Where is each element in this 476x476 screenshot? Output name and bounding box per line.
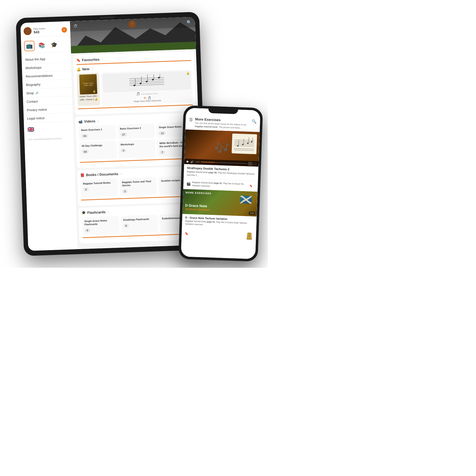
sidebar: 🎵 Pipe Coins: 543 + 📺 📚 🎓 About the App [20,21,78,251]
avatar: 🎵 [24,27,32,35]
book-card-golden-times[interactable]: Golden Times1950–1990 🔒 Golden Times 195… [77,73,100,106]
language-flag[interactable]: 🇬🇧 [24,121,74,136]
sidebar-item-label: Biography [26,83,41,87]
new-title: New [82,67,89,71]
favourites-new-section: 🔖 Favourites › 🔔 New › [73,51,196,115]
flashcards-chevron: › [108,210,109,214]
card-title: Basic Exercises 1 [81,127,114,132]
time-display: -1:09 [195,161,200,163]
phone-video-area: 🎶 [184,129,260,167]
music-card-footer: 🎵 www.bagpiper-only.de [136,91,158,96]
videos-chevron: › [98,119,99,123]
books-icon-button[interactable]: 📚 [36,40,47,51]
video-card-basic1[interactable]: Basic Exercises 1 16 [79,125,117,140]
book-cover-text: Golden Times1950–1990 [82,81,95,88]
card-count: 17 [120,133,127,137]
sidebar-item-label: Legal notice [27,116,45,120]
video-card-50day[interactable]: 50 Day Challenge 50 [79,141,117,159]
exercise2-text: Bagpipe tutorial book page 51. Play the … [192,181,248,189]
svg-line-13 [148,75,148,82]
footer-bookmark-icon[interactable]: 🔖 [185,232,188,236]
sidebar-item-label: Recommendations [26,74,53,78]
card-count: 7 [160,150,165,154]
svg-line-15 [154,74,154,80]
book-card-tutorial[interactable]: Bagpipe Tutorial Books 2 [80,178,118,197]
sidebar-item-label: Workshops [25,66,41,70]
video-card-basic2[interactable]: Basic Exercises 2 17 [117,123,155,139]
favourites-chevron: › [102,58,103,61]
new-chevron: › [92,67,93,70]
progress-fill [201,162,214,163]
bagpiper-small-icon: 🎵 [136,92,140,96]
search-icon[interactable]: 🔍 [186,20,192,25]
eye-icon: 👁 [143,96,146,100]
book-title: Golden Times 1950 - 1990 - Volume 2 🔔 [79,95,99,101]
phone-footer-icons: 🔖 [181,227,256,242]
card-count: 9 [123,224,129,228]
card-count: 11 [159,131,166,135]
link-icon: 🔗 [35,91,38,94]
exercise2-thumb: 🎬 [186,182,191,186]
back-icon[interactable]: ⏱ [73,24,78,29]
video-icon: 📹 [78,119,83,124]
svg-line-9 [135,79,135,86]
banner-bottom-text: D Grace Note Tachum Variation [185,204,210,212]
header-image: ⏱ 🎵 🔍 [70,17,196,54]
flashcard-grace-notes[interactable]: Single Grace Notes Flashcards 6 [82,216,120,235]
sheet-music-svg [105,73,189,89]
card-count: 3 [121,149,126,152]
sidebar-icon-row: 📺 📚 🎓 [21,37,71,54]
volume-icon[interactable]: 🔊 [190,160,193,163]
fullscreen-icon[interactable]: ⛶ [254,162,256,165]
card-title: Bagpipe Tunes and Their Stories [122,179,154,187]
phone-menu-icon[interactable]: ☰ [189,117,193,122]
card-title: Single Grace Notes Flashcards [84,218,117,226]
speed-badge[interactable]: 1x [248,162,252,165]
music-card-grace-notes[interactable]: 🔔 [101,69,193,105]
books-section-header: 📕 Books / Documents › [80,169,195,177]
exercise2-bookmark-icon[interactable]: 🔖 [249,185,252,187]
svg-point-10 [139,83,142,85]
videos-icon-button[interactable]: 📺 [24,41,35,51]
flashcard-doublings[interactable]: Doublings Flashcards 9 [120,215,158,234]
favourites-icon: 🔖 [76,58,81,62]
phone-more-exercises-banner: MORE EXERCISES D Grace Note Tachum Varia… [182,189,258,216]
video-card-workshops[interactable]: Workshops 3 [118,139,156,158]
add-coins-button[interactable]: + [61,27,67,33]
phone-section-desc: You can find all the sheet music for the… [195,121,252,130]
exercise2-chevron-icon: › [254,185,255,187]
pipe-coins-value: 543 [33,29,61,34]
sidebar-item-label: About the App [25,57,45,61]
svg-point-12 [146,81,148,83]
music-note-icon: 🎵 [147,96,151,100]
phone: ☰ More Exercises You can find all the sh… [178,105,263,262]
phone-content: ☰ More Exercises You can find all the sh… [181,108,261,259]
videos-title: Videos [84,119,95,123]
flashcards-section-header: 🎓 Flashcards › [82,207,197,215]
videos-section-header: 📹 Videos › [78,116,193,123]
play-icon[interactable]: ▶ [187,160,189,163]
card-count: 50 [82,150,89,154]
card-title: Doublings Flashcards [123,217,156,222]
card-title: Basic Exercises 2 [120,126,152,130]
phone-notch [208,106,238,114]
new-cards-row: Golden Times1950–1990 🔒 Golden Times 195… [77,69,193,106]
progress-bar[interactable] [201,162,246,164]
phone-header-info: More Exercises You can find all the shee… [192,117,252,130]
bagpipe-icon: 🏴󠁧󠁢󠁳󠁣󠁴󠁿 [240,193,253,206]
favourites-title: Favourites [82,58,99,62]
book-card-tunes-stories[interactable]: Bagpipe Tunes and Their Stories 2 [119,177,157,196]
phone-search-icon[interactable]: 🔍 [251,119,257,124]
card-title: 50 Day Challenge [82,143,114,148]
flashcards-icon-button[interactable]: 🎓 [49,40,60,50]
svg-point-14 [152,79,154,81]
sidebar-item-label: Contact [27,99,38,104]
tablet-speaker [100,17,115,18]
svg-line-4 [129,79,164,80]
svg-point-16 [158,77,160,79]
flashcard-icon: 🎓 [82,211,86,215]
books-chevron: › [121,172,122,176]
tablet: 🎵 Pipe Coins: 543 + 📺 📚 🎓 About the App [16,12,207,256]
svg-line-6 [129,83,164,84]
phone-sheet-svg [233,135,255,153]
